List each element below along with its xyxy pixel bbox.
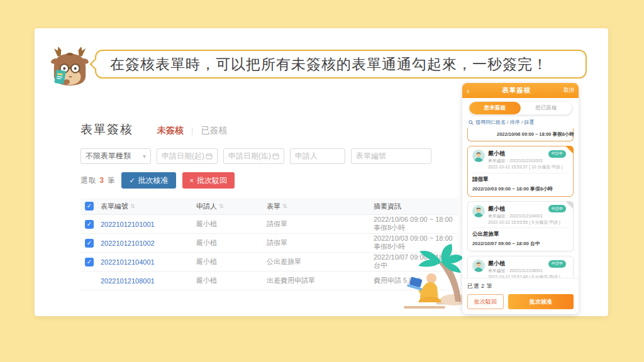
sort-icon[interactable]: ⇅ (282, 203, 287, 209)
speech-bubble-tail (90, 59, 101, 70)
form-no-link[interactable]: 20221012108001 (101, 277, 196, 285)
page-title: 表單簽核 (80, 121, 133, 138)
mobile-card-list: 2022/10/06 09:00 ~ 18:00 事假8小時 嚴小植 申請中 表… (462, 128, 579, 278)
cross-icon: × (190, 177, 194, 184)
form-cell: 請假單 (267, 238, 374, 248)
speech-bubble-text: 在簽核表單時，可以把所有未簽核的表單通通勾起來，一秒簽完！ (110, 55, 548, 74)
calendar-icon (206, 153, 213, 160)
applicant-cell: 嚴小植 (196, 219, 267, 229)
time-line: 2022-10-12 15:53:55 ( 9 分鐘前 申請 ) (488, 219, 569, 226)
filter-bar: 不限表單種類 ▾ 申請日期(起) 申請日期(迄) 申請人 表單編號 (80, 148, 458, 164)
form-type-select[interactable]: 不限表單種類 ▾ (80, 148, 151, 164)
select-all-checkbox[interactable]: ✓ (85, 202, 94, 211)
form-no-line: 表單編號：20221012104001 (488, 213, 569, 219)
beach-vacation-illustration (401, 243, 469, 314)
form-type: 公出差旅單 (472, 231, 569, 238)
cancel-button[interactable]: 取消 (564, 87, 574, 94)
table-row: ✓ 20221012101001 嚴小植 請假單 2022/10/06 09:0… (80, 215, 458, 234)
form-type: 請假單 (472, 176, 569, 184)
row-checkbox[interactable]: ✓ (85, 258, 94, 266)
avatar[interactable] (472, 150, 485, 162)
applicant-cell: 嚴小植 (196, 257, 267, 266)
mobile-selection-count: 已選 2 筆 (467, 282, 574, 290)
card-summary: 2022/10/03 09:00 ~ 18:00 事假8小時 (472, 185, 569, 192)
applicant-placeholder: 申請人 (295, 151, 318, 162)
form-no-line: 表單編號：20221012101002 (488, 158, 569, 164)
time-line: 2022-10-12 15:57:48 ( 6 分鐘前 申請 ) (488, 274, 569, 278)
search-icon (469, 120, 474, 125)
speech-bubble: 在簽核表單時，可以把所有未簽核的表單通通勾起來，一秒簽完！ (95, 50, 587, 79)
form-no-line: 表單編號：20221012108001 (488, 268, 569, 274)
selection-count: 選取 3 筆 (80, 175, 115, 186)
col-summary: 摘要資訊 (374, 202, 401, 211)
approval-card[interactable]: 嚴小植 申請中 表單編號：20221012104001 2022-10-12 1… (467, 201, 574, 252)
form-no-link[interactable]: 20221012104001 (101, 258, 196, 266)
form-no-link[interactable]: 20221012101001 (101, 221, 196, 228)
mobile-tab-bar: 您未簽核 您已簽核 (462, 98, 579, 118)
approval-card-partial[interactable]: 2022/10/06 09:00 ~ 18:00 事假8小時 (467, 128, 574, 141)
card-summary: 2022/10/06 09:00 ~ 18:00 事假8小時 (497, 131, 574, 138)
time-line: 2022-10-12 15:53:37 ( 10 分鐘前 申請 ) (488, 164, 569, 170)
form-no-input[interactable]: 表單編號 (351, 148, 431, 164)
batch-reject-button[interactable]: × 批次駁回 (182, 172, 235, 189)
applicant-name: 嚴小植 (488, 150, 505, 158)
row-checkbox[interactable]: ✓ (85, 220, 94, 229)
slide-panel: 在簽核表單時，可以把所有未簽核的表單通通勾起來，一秒簽完！ 表單簽核 未簽核 |… (35, 28, 608, 316)
tab-signed[interactable]: 已簽核 (201, 125, 227, 136)
back-icon[interactable]: ‹ (467, 87, 469, 95)
date-from-placeholder: 申請日期(起) (162, 151, 204, 162)
date-from-input[interactable]: 申請日期(起) (157, 148, 218, 164)
status-badge: 申請中 (548, 150, 566, 158)
tab-separator: | (191, 126, 193, 135)
deer-mascot (50, 45, 89, 87)
mobile-tab-signed[interactable]: 您已簽核 (521, 102, 572, 114)
applicant-name: 嚴小植 (488, 260, 505, 268)
chevron-down-icon: ▾ (143, 153, 146, 160)
form-cell: 出差費用申請單 (267, 276, 374, 285)
card-summary: 2022/10/07 09:00 ~ 18:00 台中 (472, 240, 569, 247)
mobile-tab-unsigned[interactable]: 您未簽核 (469, 102, 521, 114)
status-badge: 申請中 (548, 260, 566, 268)
summary-cell: 2022/10/06 09:00 ~ 18:00 事假8小時 (374, 216, 458, 233)
batch-action-bar: 選取 3 筆 ✓ 批次核准 × 批次駁回 (80, 172, 458, 189)
col-applicant[interactable]: 申請人 (196, 202, 217, 211)
mobile-approval-app: ‹ 表單簽核 取消 您未簽核 您已簽核 搜尋同仁姓名 / 排序 / 篩選 202… (462, 83, 579, 314)
mobile-search-bar[interactable]: 搜尋同仁姓名 / 排序 / 篩選 (462, 118, 579, 128)
form-no-placeholder: 表單編號 (356, 151, 386, 162)
avatar[interactable] (472, 260, 485, 272)
calendar-icon (272, 153, 279, 160)
status-tabs: 未簽核 | 已簽核 (157, 125, 227, 136)
applicant-input[interactable]: 申請人 (290, 148, 345, 164)
selected-corner-fold (565, 146, 574, 154)
approval-card[interactable]: 嚴小植 申請中 表單編號：20221012101002 2022-10-12 1… (467, 146, 574, 197)
mobile-header: ‹ 表單簽核 取消 (462, 83, 579, 98)
status-badge: 申請中 (548, 205, 566, 212)
approval-card[interactable]: 嚴小植 申請中 表單編號：20221012108001 2022-10-12 1… (467, 256, 574, 278)
avatar[interactable] (472, 205, 485, 217)
mobile-search-label: 搜尋同仁姓名 / 排序 / 篩選 (475, 119, 534, 126)
table-header-row: ✓ 表單編號⇅ 申請人⇅ 表單⇅ 摘要資訊 (80, 198, 458, 215)
col-form-no[interactable]: 表單編號 (101, 202, 128, 211)
unselected-corner-fold (565, 201, 574, 209)
sort-icon[interactable]: ⇅ (219, 203, 224, 209)
applicant-cell: 嚴小植 (196, 238, 267, 248)
batch-approve-button[interactable]: ✓ 批次核准 (121, 172, 175, 189)
date-to-input[interactable]: 申請日期(迄) (223, 148, 284, 164)
form-no-link[interactable]: 20221012101002 (101, 239, 196, 247)
applicant-name: 嚴小植 (488, 205, 505, 213)
mobile-title: 表單簽核 (502, 86, 531, 95)
tab-unsigned[interactable]: 未簽核 (157, 125, 184, 136)
form-cell: 公出差旅單 (267, 257, 374, 266)
sort-icon[interactable]: ⇅ (130, 203, 135, 209)
col-form[interactable]: 表單 (267, 202, 280, 211)
row-checkbox[interactable]: ✓ (85, 239, 94, 248)
mobile-batch-approve-button[interactable]: 批次核准 (508, 294, 574, 309)
date-to-placeholder: 申請日期(迄) (228, 151, 271, 162)
form-type-selected-value: 不限表單種類 (86, 151, 131, 162)
form-cell: 請假單 (267, 219, 374, 229)
applicant-cell: 嚴小植 (196, 276, 267, 285)
check-icon: ✓ (129, 177, 135, 185)
mobile-footer: 已選 2 筆 批次駁回 批次核准 (462, 278, 579, 314)
mobile-batch-reject-button[interactable]: 批次駁回 (467, 294, 504, 309)
